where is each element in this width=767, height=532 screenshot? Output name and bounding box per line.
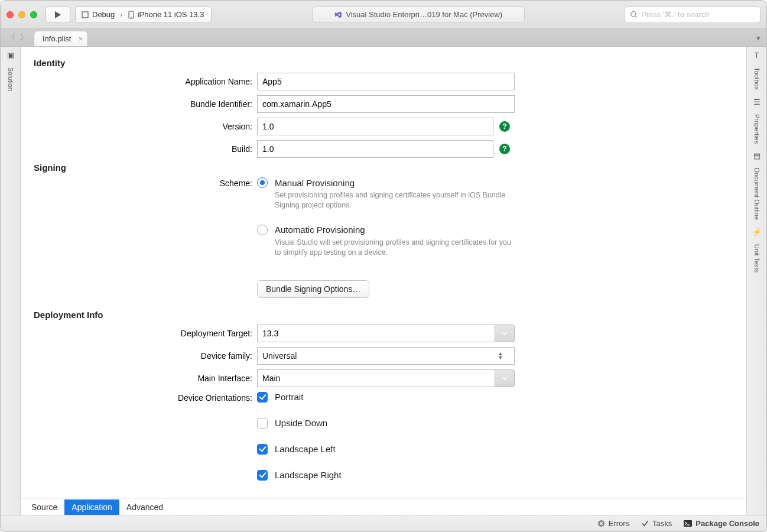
build-label: Build:	[34, 144, 257, 154]
svg-rect-6	[684, 520, 692, 527]
bundle-signing-options-button[interactable]: Bundle Signing Options…	[257, 280, 369, 298]
close-window-button[interactable]	[6, 11, 14, 18]
zoom-window-button[interactable]	[30, 11, 37, 18]
svg-rect-0	[82, 12, 88, 18]
editor-scroll[interactable]: Identity Application Name: Bundle Identi…	[21, 47, 746, 498]
row-deployment-target: Deployment Target:	[34, 325, 733, 342]
chevron-right-icon: ›	[118, 10, 124, 19]
device-family-select[interactable]: Universal ▲▼	[257, 347, 515, 365]
checkbox-checked-icon	[257, 392, 268, 403]
orientation-upside-down[interactable]: Upside Down	[257, 418, 327, 429]
row-application-name: Application Name:	[34, 73, 733, 90]
orientation-landscape-left[interactable]: Landscape Left	[257, 444, 336, 455]
checkbox-checked-icon	[257, 470, 268, 481]
scheme-automatic-radio[interactable]: Automatic Provisioning	[257, 225, 511, 235]
document-outline-icon: ▤	[753, 152, 760, 160]
error-icon	[597, 520, 605, 527]
plist-editor: Identity Application Name: Bundle Identi…	[21, 47, 746, 515]
row-device-orientations: Device Orientations: Portrait Upside Dow…	[34, 392, 733, 490]
scheme-manual-label: Manual Provisioning	[275, 178, 355, 188]
tab-application[interactable]: Application	[64, 499, 119, 515]
global-search[interactable]	[625, 7, 760, 23]
terminal-icon	[684, 520, 692, 527]
orientation-landscape-right[interactable]: Landscape Right	[257, 470, 342, 481]
stop-icon	[82, 11, 89, 18]
nav-back-button[interactable]: 〈	[8, 32, 15, 43]
status-tasks[interactable]: Tasks	[641, 519, 672, 528]
device-orientations-label: Device Orientations:	[34, 392, 257, 403]
document-tabstrip: 〈 〉 Info.plist × ▾	[1, 29, 766, 47]
main-area: ▣ Solution Identity Application Name: Bu…	[1, 47, 766, 515]
bundle-identifier-label: Bundle Identifier:	[34, 99, 257, 109]
properties-icon: ☰	[753, 98, 760, 106]
solution-icon: ▣	[7, 51, 14, 59]
main-interface-combo[interactable]	[257, 369, 515, 387]
run-button[interactable]	[46, 7, 70, 23]
build-field[interactable]	[257, 140, 493, 158]
orientation-upside-down-label: Upside Down	[275, 418, 327, 428]
tab-source[interactable]: Source	[24, 499, 64, 515]
radio-unselected-icon	[257, 225, 268, 235]
orientation-portrait-label: Portrait	[275, 392, 303, 402]
device-icon	[128, 11, 134, 19]
deployment-target-label: Deployment Target:	[34, 329, 257, 338]
status-bar: Errors Tasks Package Console	[1, 515, 766, 531]
nav-forward-button[interactable]: 〉	[20, 32, 28, 43]
left-side-panel[interactable]: ▣ Solution	[1, 47, 21, 515]
run-configuration-selector[interactable]: Debug › iPhone 11 iOS 13.3	[75, 7, 212, 23]
orientation-landscape-right-label: Landscape Right	[275, 470, 342, 480]
device-family-label: Device family:	[34, 351, 257, 361]
scheme-manual-block: Manual Provisioning Set provisioning pro…	[257, 177, 511, 210]
main-interface-dropdown-button[interactable]	[495, 369, 515, 387]
tabstrip-overflow-button[interactable]: ▾	[756, 34, 766, 46]
toolbox-panel-label[interactable]: Toolbox	[753, 65, 760, 92]
row-main-interface: Main Interface:	[34, 369, 733, 387]
minimize-window-button[interactable]	[18, 11, 25, 18]
scheme-automatic-label: Automatic Provisioning	[275, 225, 365, 235]
scheme-manual-radio[interactable]: Manual Provisioning	[257, 177, 511, 188]
unit-tests-icon: ⚡	[752, 228, 762, 236]
application-name-label: Application Name:	[34, 77, 257, 86]
status-errors[interactable]: Errors	[597, 519, 629, 528]
plist-view-tabs: Source Application Advanced	[21, 498, 746, 515]
main-interface-label: Main Interface:	[34, 374, 257, 383]
version-help-icon[interactable]: ?	[499, 121, 510, 132]
row-bundle-identifier: Bundle Identifier:	[34, 95, 733, 113]
checkbox-unchecked-icon	[257, 418, 268, 429]
radio-selected-icon	[257, 177, 268, 188]
main-interface-input[interactable]	[257, 369, 495, 387]
document-outline-panel-label[interactable]: Document Outline	[753, 166, 760, 222]
properties-panel-label[interactable]: Properties	[753, 112, 760, 146]
unit-tests-panel-label[interactable]: Unit Tests	[753, 242, 760, 275]
row-build: Build: ?	[34, 140, 733, 158]
status-package-console[interactable]: Package Console	[684, 519, 759, 528]
check-icon	[641, 520, 649, 527]
version-field[interactable]	[257, 118, 493, 135]
scheme-automatic-help: Visual Studio will set provisioning prof…	[275, 238, 511, 258]
row-device-family: Device family: Universal ▲▼	[34, 347, 733, 365]
search-input[interactable]	[641, 10, 755, 19]
deployment-target-input[interactable]	[257, 325, 495, 342]
tab-close-button[interactable]: ×	[79, 34, 83, 43]
bundle-identifier-field[interactable]	[257, 95, 515, 113]
row-scheme: Scheme: Manual Provisioning Set provisio…	[34, 177, 733, 305]
application-name-field[interactable]	[257, 73, 515, 90]
tab-info-plist[interactable]: Info.plist ×	[34, 31, 88, 46]
tab-title: Info.plist	[43, 34, 71, 43]
right-side-panel: T Toolbox ☰ Properties ▤ Document Outlin…	[746, 47, 766, 515]
row-version: Version: ?	[34, 118, 733, 135]
scheme-label: Scheme:	[34, 177, 257, 188]
chevron-updown-icon: ▲▼	[492, 348, 509, 364]
solution-title: Visual Studio Enterpri…019 for Mac (Prev…	[312, 7, 525, 23]
svg-point-2	[131, 17, 132, 18]
tab-advanced[interactable]: Advanced	[119, 499, 170, 515]
build-help-icon[interactable]: ?	[499, 144, 510, 154]
app-window: Debug › iPhone 11 iOS 13.3 Visual Studio…	[0, 0, 767, 532]
version-label: Version:	[34, 122, 257, 131]
deployment-target-combo[interactable]	[257, 325, 515, 342]
orientation-portrait[interactable]: Portrait	[257, 392, 303, 403]
svg-point-3	[631, 12, 636, 17]
deployment-target-dropdown-button[interactable]	[495, 325, 515, 342]
search-icon	[630, 11, 638, 18]
svg-line-4	[635, 16, 637, 18]
